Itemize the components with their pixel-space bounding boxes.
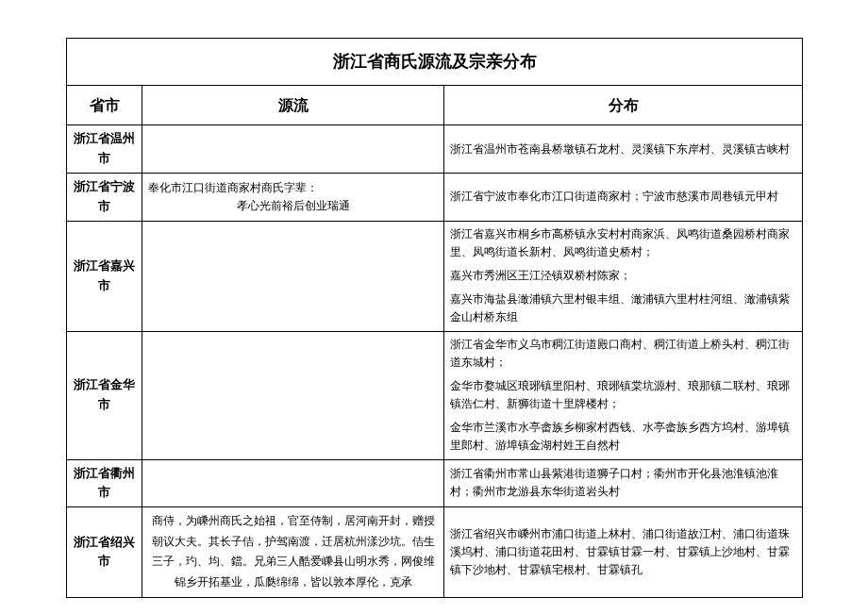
origin-cell xyxy=(142,221,444,331)
origin-cell: 商侍，为嵊州商氏之始祖，官至侍制，居河南开封，赠授朝议大夫。其长子佶，护驾南渡，… xyxy=(142,507,444,597)
distribution-cell: 浙江省衢州市常山县紫港街道狮子口村；衢州市开化县池淮镇池淮村；衢州市龙游县东华街… xyxy=(444,459,803,507)
dist-para: 嘉兴市秀洲区王江泾镇双桥村陈家； xyxy=(450,267,796,285)
table-row: 浙江省温州市 浙江省温州市苍南县桥墩镇石龙村、灵溪镇下东岸村、灵溪镇古峡村 xyxy=(67,125,803,174)
origin-line: 孝心光前裕后创业瑞通 xyxy=(148,197,438,215)
table-title: 浙江省商氏源流及宗亲分布 xyxy=(67,39,803,86)
table-row: 浙江省宁波市 奉化市江口街道商家村商氏字辈： 孝心光前裕后创业瑞通 浙江省宁波市… xyxy=(67,173,803,221)
origin-cell xyxy=(142,331,444,459)
province-cell: 浙江省宁波市 xyxy=(67,173,142,221)
origin-cell xyxy=(142,459,444,507)
distribution-cell: 浙江省金华市义乌市稠江街道殿口商村、稠江街道上桥头村、稠江街道东城村； 金华市婺… xyxy=(444,331,803,459)
table-row: 浙江省绍兴市 商侍，为嵊州商氏之始祖，官至侍制，居河南开封，赠授朝议大夫。其长子… xyxy=(67,507,803,597)
table-row: 浙江省嘉兴市 浙江省嘉兴市桐乡市高桥镇永安村村商家浜、凤鸣街道桑园桥村商家里、凤… xyxy=(67,221,803,331)
distribution-cell: 浙江省绍兴市嵊州市浦口街道上林村、浦口街道故江村、浦口街道珠溪坞村、浦口街道花田… xyxy=(444,507,803,597)
header-row: 省市 源流 分布 xyxy=(67,85,803,125)
dist-para: 金华市婺城区琅琊镇里阳村、琅琊镇棠坑源村、琅那镇二联村、琅琊镇浩仁村、新狮街道十… xyxy=(450,377,796,413)
table-row: 浙江省金华市 浙江省金华市义乌市稠江街道殿口商村、稠江街道上桥头村、稠江街道东城… xyxy=(67,331,803,459)
origin-cell: 奉化市江口街道商家村商氏字辈： 孝心光前裕后创业瑞通 xyxy=(142,173,444,221)
dist-para: 嘉兴市海盐县澉浦镇六里村银丰组、澉浦镇六里村柱河组、澉浦镇紫金山村桥东组 xyxy=(450,290,796,326)
dist-para: 金华市兰溪市水亭畲族乡柳家村西钱、水亭畲族乡西方坞村、游埠镇里郎村、游埠镇金湖村… xyxy=(450,419,796,455)
origin-cell xyxy=(142,125,444,174)
header-province: 省市 xyxy=(67,85,142,125)
distribution-cell: 浙江省宁波市奉化市江口街道商家村；宁波市慈溪市周巷镇元甲村 xyxy=(444,173,803,221)
title-row: 浙江省商氏源流及宗亲分布 xyxy=(67,39,803,86)
province-cell: 浙江省衢州市 xyxy=(67,459,142,507)
province-cell: 浙江省金华市 xyxy=(67,331,142,459)
table-row: 浙江省衢州市 浙江省衢州市常山县紫港街道狮子口村；衢州市开化县池淮镇池淮村；衢州… xyxy=(67,459,803,507)
province-cell: 浙江省绍兴市 xyxy=(67,507,142,597)
province-cell: 浙江省温州市 xyxy=(67,125,142,174)
distribution-cell: 浙江省嘉兴市桐乡市高桥镇永安村村商家浜、凤鸣街道桑园桥村商家里、凤鸣街道长新村、… xyxy=(444,221,803,331)
genealogy-table: 浙江省商氏源流及宗亲分布 省市 源流 分布 浙江省温州市 浙江省温州市苍南县桥墩… xyxy=(66,38,803,598)
header-origin: 源流 xyxy=(142,85,444,125)
dist-para: 浙江省嘉兴市桐乡市高桥镇永安村村商家浜、凤鸣街道桑园桥村商家里、凤鸣街道长新村、… xyxy=(450,225,796,261)
province-cell: 浙江省嘉兴市 xyxy=(67,221,142,331)
origin-line: 奉化市江口街道商家村商氏字辈： xyxy=(148,179,438,197)
dist-para: 浙江省金华市义乌市稠江街道殿口商村、稠江街道上桥头村、稠江街道东城村； xyxy=(450,336,796,372)
distribution-cell: 浙江省温州市苍南县桥墩镇石龙村、灵溪镇下东岸村、灵溪镇古峡村 xyxy=(444,125,803,174)
header-distribution: 分布 xyxy=(444,85,803,125)
